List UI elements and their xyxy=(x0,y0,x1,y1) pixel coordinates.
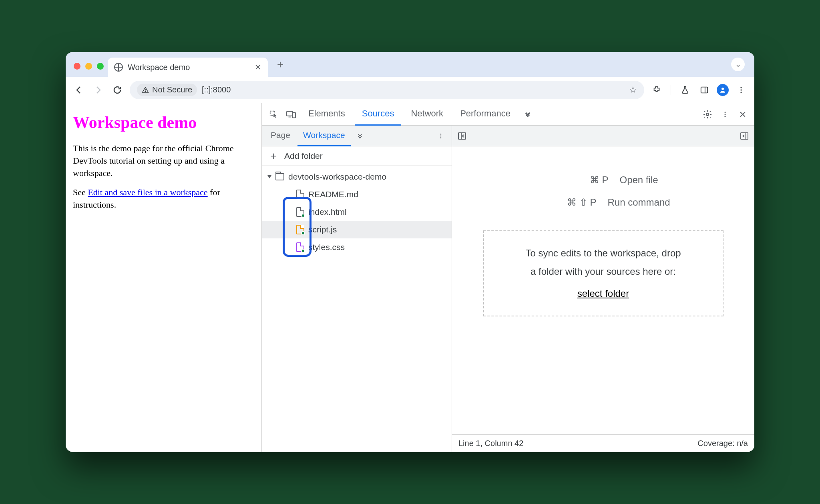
close-tab-button[interactable]: ✕ xyxy=(255,62,261,72)
maximize-window-button[interactable] xyxy=(97,63,104,70)
forward-button[interactable] xyxy=(91,83,105,97)
svg-point-7 xyxy=(740,92,742,93)
profile-button[interactable] xyxy=(717,84,729,96)
page-paragraph: This is the demo page for the official C… xyxy=(73,142,254,179)
show-navigator-button[interactable] xyxy=(457,131,467,141)
svg-point-15 xyxy=(725,116,726,117)
page-heading: Workspace demo xyxy=(73,113,254,132)
svg-point-16 xyxy=(440,134,442,135)
add-folder-button[interactable]: ＋ Add folder xyxy=(262,146,452,166)
side-panel-button[interactable] xyxy=(697,83,711,97)
tab-elements[interactable]: Elements xyxy=(301,103,352,126)
file-icon xyxy=(296,190,304,199)
close-window-button[interactable] xyxy=(74,63,80,70)
reload-button[interactable] xyxy=(111,83,124,97)
url-text: [::]:8000 xyxy=(202,85,624,94)
back-button[interactable] xyxy=(72,83,86,97)
tab-sources[interactable]: Sources xyxy=(355,103,402,126)
tree-folder[interactable]: devtools-workspace-demo xyxy=(262,168,452,186)
tab-search-button[interactable]: ⌄ xyxy=(731,58,745,71)
navigator-menu-button[interactable] xyxy=(433,128,448,144)
coverage-status: Coverage: n/a xyxy=(697,439,748,448)
browser-toolbar: Not Secure [::]:8000 ☆ xyxy=(66,77,754,103)
svg-point-14 xyxy=(725,114,726,115)
navigator-tabbar: Page Workspace xyxy=(262,126,452,146)
file-icon xyxy=(296,225,304,234)
page-see-paragraph: See Edit and save files in a workspace f… xyxy=(73,186,254,211)
tab-network[interactable]: Network xyxy=(404,103,450,126)
svg-rect-2 xyxy=(701,87,708,93)
plus-icon: ＋ xyxy=(268,149,279,163)
svg-rect-9 xyxy=(287,111,293,116)
device-toggle-button[interactable] xyxy=(283,107,299,122)
separator xyxy=(671,85,671,95)
inspect-button[interactable] xyxy=(266,107,281,122)
cursor-position: Line 1, Column 42 xyxy=(458,439,523,448)
sources-navigator: Page Workspace ＋ Add folder xyxy=(262,126,452,452)
svg-point-6 xyxy=(740,89,742,90)
minimize-window-button[interactable] xyxy=(85,63,92,70)
shortcut-run-command: ⌘ ⇧ P Run command xyxy=(536,197,670,208)
file-icon xyxy=(296,207,304,217)
devtools-panel: Elements Sources Network Performance xyxy=(262,103,754,452)
security-label: Not Secure xyxy=(152,85,192,94)
content-area: Workspace demo This is the demo page for… xyxy=(66,103,754,452)
file-tree: devtools-workspace-demo README.md index. xyxy=(262,166,452,258)
person-icon xyxy=(719,86,726,94)
svg-point-1 xyxy=(145,91,146,92)
caret-down-icon xyxy=(267,175,271,178)
editor-toolbar xyxy=(452,126,754,146)
tab-performance[interactable]: Performance xyxy=(453,103,518,126)
svg-point-12 xyxy=(706,113,709,116)
tree-file-readme[interactable]: README.md xyxy=(262,186,452,203)
tree-file-index[interactable]: index.html xyxy=(262,203,452,221)
svg-point-18 xyxy=(440,137,442,138)
shortcut-open-file: ⌘ P Open file xyxy=(548,174,658,186)
sources-editor-pane: ⌘ P Open file ⌘ ⇧ P Run command To sync … xyxy=(452,126,754,452)
browser-menu-button[interactable] xyxy=(734,83,748,97)
folder-icon xyxy=(275,173,284,180)
extensions-button[interactable] xyxy=(650,83,663,97)
svg-point-4 xyxy=(722,88,724,90)
more-tabs-button[interactable] xyxy=(520,107,535,122)
close-devtools-button[interactable] xyxy=(735,107,750,122)
svg-point-13 xyxy=(725,112,726,113)
tab-strip: Workspace demo ✕ ＋ ⌄ xyxy=(66,52,754,77)
settings-button[interactable] xyxy=(700,107,715,122)
rendered-page: Workspace demo This is the demo page for… xyxy=(66,103,262,452)
bookmark-button[interactable]: ☆ xyxy=(629,85,637,95)
address-bar[interactable]: Not Secure [::]:8000 ☆ xyxy=(130,81,644,99)
devtools-menu-button[interactable] xyxy=(718,107,733,122)
show-debugger-button[interactable] xyxy=(739,131,750,141)
svg-point-5 xyxy=(740,87,742,88)
svg-rect-11 xyxy=(293,112,295,118)
labs-button[interactable] xyxy=(678,83,692,97)
browser-window: Workspace demo ✕ ＋ ⌄ Not Secure [::]:800… xyxy=(66,52,754,452)
devtools-tabbar: Elements Sources Network Performance xyxy=(262,103,754,126)
tutorial-link[interactable]: Edit and save files in a workspace xyxy=(88,187,207,197)
editor-statusbar: Line 1, Column 42 Coverage: n/a xyxy=(452,434,754,452)
file-icon xyxy=(296,242,304,252)
more-subtabs-button[interactable] xyxy=(352,128,368,144)
editor-placeholder: ⌘ P Open file ⌘ ⇧ P Run command To sync … xyxy=(452,146,754,434)
subtab-workspace[interactable]: Workspace xyxy=(297,126,351,146)
window-controls xyxy=(71,63,108,77)
globe-icon xyxy=(114,63,123,72)
devtools-body: Page Workspace ＋ Add folder xyxy=(262,126,754,452)
browser-tab[interactable]: Workspace demo ✕ xyxy=(108,58,268,77)
tree-file-script[interactable]: script.js xyxy=(262,221,452,238)
new-tab-button[interactable]: ＋ xyxy=(268,57,293,77)
security-badge[interactable]: Not Secure xyxy=(137,84,197,96)
select-folder-link[interactable]: select folder xyxy=(577,288,629,299)
tab-title: Workspace demo xyxy=(128,63,250,72)
tree-file-styles[interactable]: styles.css xyxy=(262,238,452,256)
warning-icon xyxy=(142,86,149,94)
subtab-page[interactable]: Page xyxy=(265,126,296,146)
workspace-dropzone[interactable]: To sync edits to the workspace, drop a f… xyxy=(483,230,724,316)
svg-point-17 xyxy=(440,135,442,136)
